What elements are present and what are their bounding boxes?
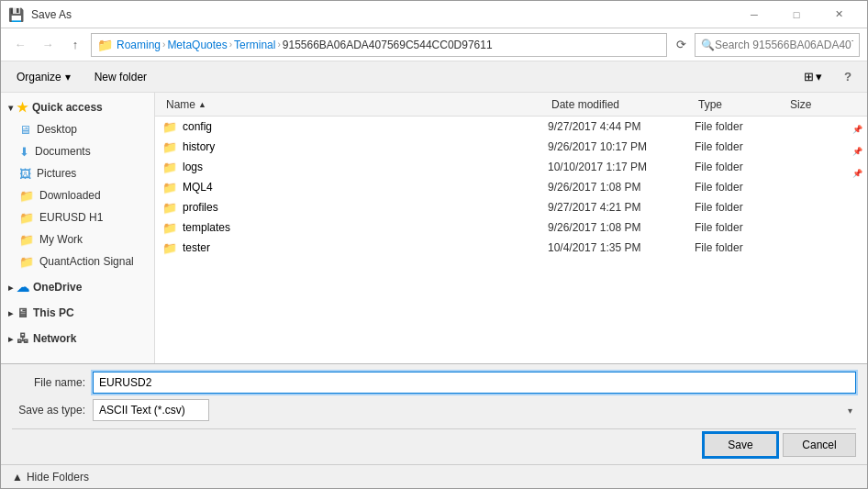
table-row[interactable]: 📁 history 9/26/2017 10:17 PM File folder [155, 137, 867, 157]
sidebar-item-quantaction[interactable]: 📁 QuantAction Signal [1, 250, 154, 272]
footer-bar: ▲ Hide Folders [1, 464, 867, 488]
table-row[interactable]: 📁 MQL4 9/26/2017 1:08 PM File folder [155, 177, 867, 197]
cancel-button[interactable]: Cancel [783, 433, 856, 457]
sidebar: ▾ ★ Quick access 🖥 Desktop 📌 ⬇ Documents… [1, 93, 155, 363]
onedrive-section: ▸ ☁ OneDrive [1, 276, 154, 298]
sidebar-item-documents[interactable]: ⬇ Documents 📌 [1, 140, 154, 162]
file-name-cell: 📁 MQL4 [162, 181, 548, 194]
file-list: Name ▲ Date modified Type Size 📁 config … [155, 93, 867, 363]
file-folder-icon: 📁 [162, 241, 177, 255]
onedrive-label: OneDrive [33, 281, 82, 294]
file-date-cell: 9/26/2017 10:17 PM [548, 140, 695, 153]
this-pc-chevron: ▸ [8, 308, 13, 318]
onedrive-header[interactable]: ▸ ☁ OneDrive [1, 276, 154, 298]
select-arrow-icon: ▾ [848, 406, 852, 416]
savetype-label: Save as type: [12, 404, 85, 417]
col-header-date[interactable]: Date modified [548, 93, 695, 116]
close-button[interactable]: ✕ [818, 1, 860, 28]
new-folder-button[interactable]: New folder [86, 65, 155, 89]
file-type-cell: File folder [695, 161, 786, 173]
sidebar-item-my-work[interactable]: 📁 My Work [1, 228, 154, 250]
view-button[interactable]: ⊞ ▾ [797, 65, 829, 89]
back-button[interactable]: ← [8, 33, 32, 57]
quick-access-section: ▾ ★ Quick access 🖥 Desktop 📌 ⬇ Documents… [1, 96, 154, 272]
up-button[interactable]: ↑ [63, 33, 87, 57]
downloaded-label: Downloaded [39, 189, 101, 202]
documents-folder-icon: ⬇ [19, 145, 29, 159]
table-row[interactable]: 📁 profiles 9/27/2017 4:21 PM File folder [155, 197, 867, 217]
file-folder-icon: 📁 [162, 181, 177, 194]
quick-access-header[interactable]: ▾ ★ Quick access [1, 96, 154, 118]
crumb-sep-3: › [277, 39, 280, 50]
forward-button[interactable]: → [36, 33, 60, 57]
table-row[interactable]: 📁 config 9/27/2017 4:44 PM File folder [155, 117, 867, 137]
desktop-folder-icon: 🖥 [19, 123, 31, 137]
crumb-id: 915566BA06ADA407569C544CC0D97611 [283, 39, 493, 51]
file-type-cell: File folder [695, 120, 786, 133]
eurusd-label: EURUSD H1 [39, 211, 103, 224]
pictures-folder-icon: 🖼 [19, 167, 31, 181]
sidebar-item-desktop[interactable]: 🖥 Desktop 📌 [1, 118, 154, 140]
table-row[interactable]: 📁 tester 10/4/2017 1:35 PM File folder [155, 238, 867, 258]
sidebar-item-downloaded[interactable]: 📁 Downloaded [1, 184, 154, 206]
minimize-button[interactable]: ─ [733, 1, 775, 28]
organize-chevron: ▾ [65, 71, 71, 83]
network-label: Network [33, 332, 76, 345]
this-pc-header[interactable]: ▸ 🖥 This PC [1, 302, 154, 324]
onedrive-chevron: ▸ [8, 283, 13, 293]
crumb-terminal[interactable]: Terminal [234, 39, 275, 51]
bottom-actions: Save Cancel [12, 428, 856, 457]
hide-folders-toggle[interactable]: ▲ Hide Folders [12, 471, 89, 483]
pictures-label: Pictures [37, 167, 76, 180]
filename-input[interactable] [93, 372, 856, 394]
filename-label: File name: [12, 376, 85, 389]
savetype-row: Save as type: ASCII Text (*.csv) ▾ [12, 399, 856, 421]
help-button[interactable]: ? [836, 65, 860, 89]
col-size-label: Size [790, 98, 811, 111]
title-controls: ─ □ ✕ [733, 1, 860, 28]
crumb-metaquotes[interactable]: MetaQuotes [167, 39, 227, 51]
savetype-wrapper: ASCII Text (*.csv) ▾ [93, 399, 856, 421]
quantaction-label: QuantAction Signal [39, 255, 134, 268]
table-row[interactable]: 📁 logs 10/10/2017 1:17 PM File folder [155, 157, 867, 177]
maximize-button[interactable]: □ [775, 1, 818, 28]
search-input[interactable] [715, 39, 853, 51]
file-folder-icon: 📁 [162, 201, 177, 215]
sidebar-item-pictures[interactable]: 🖼 Pictures 📌 [1, 162, 154, 184]
search-box[interactable]: 🔍 [695, 33, 860, 57]
file-date-cell: 9/27/2017 4:21 PM [548, 201, 695, 214]
file-name-text: config [183, 120, 212, 133]
crumb-roaming[interactable]: Roaming [117, 39, 161, 51]
file-folder-icon: 📁 [162, 221, 177, 235]
savetype-select[interactable]: ASCII Text (*.csv) [93, 399, 209, 421]
file-name-cell: 📁 templates [162, 221, 548, 235]
filename-row: File name: [12, 372, 856, 394]
navigation-toolbar: ← → ↑ 📁 Roaming › MetaQuotes › Terminal … [1, 28, 867, 61]
col-type-label: Type [698, 98, 722, 111]
file-name-cell: 📁 logs [162, 161, 548, 174]
file-type-cell: File folder [695, 181, 786, 194]
file-folder-icon: 📁 [162, 140, 177, 154]
window-title: Save As [31, 8, 72, 21]
col-header-name[interactable]: Name ▲ [162, 93, 548, 116]
refresh-button[interactable]: ⟳ [671, 35, 691, 55]
address-crumb: Roaming › MetaQuotes › Terminal › 915566… [117, 39, 493, 51]
title-bar: 💾 Save As ─ □ ✕ [1, 1, 867, 28]
file-name-cell: 📁 config [162, 120, 548, 134]
save-button[interactable]: Save [704, 433, 777, 457]
quick-access-label: Quick access [32, 101, 103, 114]
this-pc-label: This PC [33, 306, 74, 319]
quantaction-folder-icon: 📁 [19, 255, 34, 269]
address-bar[interactable]: 📁 Roaming › MetaQuotes › Terminal › 9155… [91, 33, 667, 57]
sidebar-item-eurusd[interactable]: 📁 EURUSD H1 [1, 206, 154, 228]
col-header-size[interactable]: Size [786, 93, 860, 116]
network-header[interactable]: ▸ 🖧 Network [1, 328, 154, 350]
network-chevron: ▸ [8, 334, 13, 344]
organize-button[interactable]: Organize ▾ [8, 65, 79, 89]
table-row[interactable]: 📁 templates 9/26/2017 1:08 PM File folde… [155, 217, 867, 238]
file-type-cell: File folder [695, 221, 786, 234]
file-folder-icon: 📁 [162, 120, 177, 134]
col-header-type[interactable]: Type [695, 93, 786, 116]
title-bar-left: 💾 Save As [8, 7, 72, 22]
address-folder-icon: 📁 [97, 38, 113, 52]
